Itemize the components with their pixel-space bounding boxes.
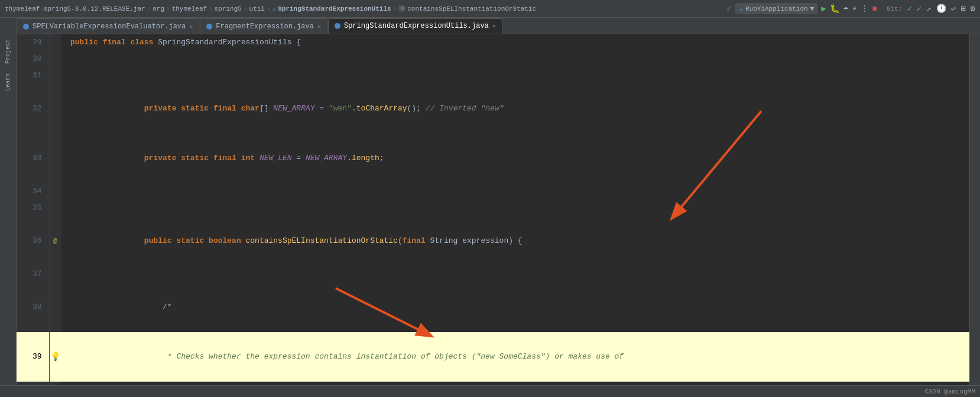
- run-icon[interactable]: ▶: [821, 4, 826, 14]
- tab-fragment-close[interactable]: ✕: [317, 23, 321, 30]
- table-row: 39 💡 * Checks whether the expression con…: [17, 332, 969, 382]
- line-number: 32: [17, 84, 49, 134]
- tab-fragment[interactable]: FragmentExpression.java ✕: [200, 18, 327, 34]
- code-line-36: public static boolean containsSpELInstan…: [61, 216, 969, 266]
- tab-spel-close[interactable]: ✕: [189, 23, 193, 30]
- bulb-icon[interactable]: 💡: [50, 352, 60, 362]
- checkmark-icon[interactable]: ✓: [726, 4, 731, 14]
- table-row: 30: [17, 51, 969, 67]
- code-line-38: /*: [61, 282, 969, 332]
- breadcrumb-jar: thymeleaf-spring5-3.0.12.RELEASE.jar: [5, 5, 145, 12]
- breadcrumb-util: util: [249, 5, 265, 12]
- code-line-33: private static final int NEW_LEN = NEW_A…: [61, 134, 969, 183]
- table-row: 33 private static final int NEW_LEN = NE…: [17, 134, 969, 183]
- table-row: 38 /*: [17, 282, 969, 332]
- table-row: 36 @ public static boolean containsSpELI…: [17, 216, 969, 266]
- more-run-icon[interactable]: ⋮: [861, 4, 869, 14]
- tab-fragment-label: FragmentExpression.java: [216, 22, 314, 31]
- right-sidebar: [969, 34, 980, 397]
- table-row: 35: [17, 200, 969, 216]
- gutter-30: [49, 51, 61, 67]
- table-row: 37: [17, 266, 969, 282]
- split-icon[interactable]: ⊞: [960, 4, 965, 14]
- gutter-34: [49, 183, 61, 200]
- stop-icon[interactable]: ■: [872, 4, 877, 14]
- line-number: 33: [17, 134, 49, 183]
- sep1: ›: [147, 5, 151, 12]
- gutter-32: [49, 84, 61, 134]
- profile-icon[interactable]: ⚡: [852, 4, 856, 14]
- code-line-39: * Checks whether the expression contains…: [61, 332, 969, 382]
- sep3: ›: [209, 5, 213, 12]
- table-row: 29 public final class SpringStandardExpr…: [17, 34, 969, 51]
- debug-icon[interactable]: 🐛: [830, 4, 840, 14]
- line-number: 34: [17, 183, 49, 200]
- line-number: 39: [17, 332, 49, 382]
- line-number: 38: [17, 282, 49, 332]
- line-number: 36: [17, 216, 49, 266]
- gutter-31: [49, 67, 61, 84]
- code-line-31: [61, 67, 969, 84]
- line-number: 31: [17, 67, 49, 84]
- line-number: 29: [17, 34, 49, 51]
- git-check2[interactable]: ✓: [917, 4, 921, 14]
- git-history[interactable]: 🕐: [936, 4, 946, 14]
- table-row: 32 private static final char[] NEW_ARRAY…: [17, 84, 969, 134]
- gutter-33: [49, 134, 61, 183]
- run-config-label: RuoYiApplication: [745, 5, 808, 12]
- sidebar-learn[interactable]: Learn: [5, 71, 11, 93]
- code-line-32: private static final char[] NEW_ARRAY = …: [61, 84, 969, 134]
- app-icon: ☕: [739, 4, 743, 13]
- code-line-35: [61, 200, 969, 216]
- gutter-36: @: [49, 216, 61, 266]
- settings-icon[interactable]: ⚙: [971, 4, 975, 14]
- sep5: ›: [267, 5, 271, 12]
- code-area[interactable]: 29 public final class SpringStandardExpr…: [17, 34, 969, 397]
- code-line-30: [61, 51, 969, 67]
- gutter-29: [49, 34, 61, 51]
- breadcrumb-file-icon: ☕: [272, 5, 277, 12]
- breadcrumb-method: containsSpELInstantiationOrStatic: [407, 5, 536, 12]
- sep2: ›: [166, 5, 170, 12]
- git-check1[interactable]: ✓: [907, 4, 911, 14]
- run-config[interactable]: ☕ RuoYiApplication ▼: [735, 3, 817, 14]
- code-line-34: [61, 183, 969, 200]
- breadcrumb-method-icon: m: [398, 5, 405, 12]
- line-number: 35: [17, 200, 49, 216]
- bottom-bar: CSDN @amingMM: [0, 385, 980, 397]
- code-table: 29 public final class SpringStandardExpr…: [17, 34, 969, 397]
- git-undo[interactable]: ↩: [951, 4, 956, 14]
- breadcrumb-spring5: spring5: [215, 5, 242, 12]
- git-push[interactable]: ↗: [926, 4, 931, 14]
- tab-bar: SPELVariableExpressionEvaluator.java ✕ F…: [0, 18, 980, 34]
- line-number: 30: [17, 51, 49, 67]
- sep6: ›: [393, 5, 397, 12]
- top-bar: thymeleaf-spring5-3.0.12.RELEASE.jar › o…: [0, 0, 980, 18]
- breadcrumb-file: SpringStandardExpressionUtils: [278, 5, 391, 12]
- main-layout: Project Learn 29 public final class Spri…: [0, 34, 980, 397]
- sep4: ›: [244, 5, 248, 12]
- code-line-29: public final class SpringStandardExpress…: [61, 34, 969, 51]
- tab-spring-utils[interactable]: SpringStandardExpressionUtils.java ✕: [328, 18, 502, 34]
- tab-spel[interactable]: SPELVariableExpressionEvaluator.java ✕: [17, 18, 199, 34]
- top-bar-right: ✓ ☕ RuoYiApplication ▼ ▶ 🐛 ☂ ⚡ ⋮ ■ Git: …: [726, 3, 975, 14]
- gutter-39: 💡: [49, 332, 61, 382]
- table-row: 31: [17, 67, 969, 84]
- breadcrumb: thymeleaf-spring5-3.0.12.RELEASE.jar › o…: [5, 5, 724, 12]
- gutter-38: [49, 282, 61, 332]
- tab-spring-utils-close[interactable]: ✕: [492, 22, 496, 30]
- gutter-35: [49, 200, 61, 216]
- tab-spring-utils-label: SpringStandardExpressionUtils.java: [344, 22, 489, 30]
- gutter-37: [49, 266, 61, 282]
- left-sidebar: Project Learn: [0, 34, 17, 397]
- sidebar-project[interactable]: Project: [5, 37, 11, 66]
- git-label: Git:: [887, 5, 902, 12]
- coverage-icon[interactable]: ☂: [843, 4, 848, 14]
- watermark: CSDN @amingMM: [924, 388, 975, 395]
- run-config-dropdown[interactable]: ▼: [810, 5, 814, 12]
- breadcrumb-thymeleaf: thymeleaf: [172, 5, 207, 12]
- tab-fragment-icon: [206, 24, 212, 30]
- tab-spring-utils-icon: [335, 23, 340, 29]
- breadcrumb-org: org: [152, 5, 164, 12]
- code-line-37: [61, 266, 969, 282]
